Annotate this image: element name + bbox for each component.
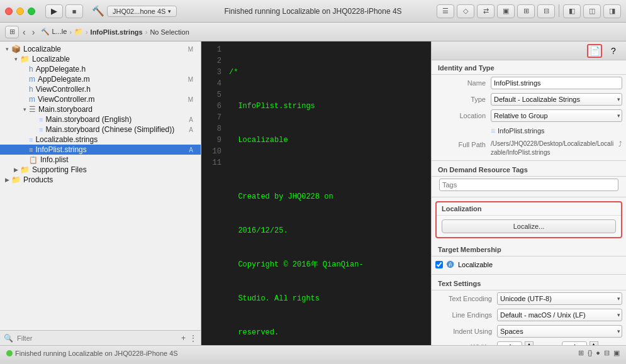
sidebar-item-infoplist-strings[interactable]: ≡ InfoPlist.strings A — [0, 145, 201, 155]
plist-icon: 📋 — [29, 156, 38, 164]
fullpath-value: /Users/JHQ0228/Desktop/Localizable/Local… — [491, 140, 616, 157]
options-button[interactable]: ⋮ — [189, 334, 197, 343]
titlebar-title: Finished running Localizable on JHQ0228-… — [224, 7, 401, 16]
scheme-selector[interactable]: JHQ02...hone 4S ▾ — [107, 6, 177, 17]
sidebar-item-viewcontroller-m[interactable]: m ViewController.m M — [0, 94, 201, 104]
titlebar: ▶ ■ 🔨 JHQ02...hone 4S ▾ Finished running… — [0, 0, 626, 23]
sidebar-item-info-plist[interactable]: 📋 Info.plist — [0, 155, 201, 165]
encoding-row: Text Encoding Unicode (UTF-8) ▾ — [432, 290, 626, 307]
tab-width-input[interactable] — [497, 341, 522, 345]
lineendings-select-wrapper: Default - macOS / Unix (LF) ▾ — [497, 309, 622, 321]
code-editor[interactable]: 1 2 3 4 5 6 7 8 9 10 11 /* InfoPlist.str… — [201, 41, 431, 345]
localize-button[interactable]: Localize... — [442, 219, 616, 233]
inspector-panel: 📄 ? Identity and Type Name Type Default … — [431, 41, 626, 345]
assistant-editor-button[interactable]: ⊞ — [517, 4, 535, 18]
code-lines[interactable]: /* InfoPlist.strings Localizable Created… — [226, 44, 431, 345]
help-button[interactable]: ? — [606, 44, 621, 58]
maximize-button[interactable] — [28, 8, 35, 15]
disclosure-icon[interactable]: ▶ — [11, 167, 20, 173]
sidebar-item-appdelegate-h[interactable]: h AppDelegate.h — [0, 64, 201, 74]
sidebar-label: InfoPlist.strings — [35, 145, 86, 154]
localization-title: Localization — [437, 202, 621, 216]
breadcrumb-item-1[interactable]: 🔨 L...le — [41, 28, 67, 36]
sidebar-label: Supporting Files — [32, 165, 87, 174]
indent-width-input[interactable] — [562, 341, 587, 345]
location-select-wrapper: Relative to Group ▾ — [491, 109, 622, 122]
disclosure-icon[interactable]: ▾ — [3, 46, 11, 52]
file-inspector-button[interactable]: 📄 — [587, 44, 602, 58]
indent-width-stepper-buttons: ▲ ▼ — [590, 341, 598, 345]
breadcrumb-item-file[interactable]: InfoPlist.strings — [91, 28, 143, 36]
main-layout: ▾ 📦 Localizable M ▾ 📁 Localizable h AppD… — [0, 41, 626, 345]
add-button[interactable]: + — [181, 334, 186, 343]
sidebar-item-localizable-strings[interactable]: ≡ Localizable.strings — [0, 135, 201, 145]
search-icon: 🔍 — [4, 334, 13, 343]
breadcrumb-no-selection[interactable]: No Selection — [150, 28, 189, 36]
widths-label: Widths — [435, 343, 492, 345]
indent-label: Indent Using — [435, 328, 492, 335]
breadcrumb-item-2[interactable]: 📁 — [74, 28, 83, 36]
storyboard-icon: ☰ — [29, 105, 36, 114]
reveal-in-finder-icon[interactable]: ⤴ — [618, 140, 622, 148]
stop-button[interactable]: ■ — [65, 4, 83, 18]
sidebar-item-main-storyboard-en[interactable]: ≡ Main.storyboard (English) A — [0, 114, 201, 124]
target-checkbox[interactable] — [435, 261, 443, 268]
back-button[interactable]: ‹ — [20, 26, 28, 38]
tags-input[interactable] — [439, 179, 618, 191]
forward-button[interactable]: › — [30, 26, 38, 38]
sidebar-item-localizable-root[interactable]: ▾ 📦 Localizable M — [0, 44, 201, 54]
sidebar-item-localizable-folder[interactable]: ▾ 📁 Localizable — [0, 54, 201, 64]
utilities-toggle[interactable]: ◨ — [603, 4, 621, 18]
sidebar-bottom: 🔍 + ⋮ — [0, 330, 201, 345]
editor-content: 1 2 3 4 5 6 7 8 9 10 11 /* InfoPlist.str… — [201, 41, 431, 345]
filter-input[interactable] — [17, 334, 177, 342]
sidebar-item-main-storyboard[interactable]: ▾ ☰ Main.storyboard — [0, 104, 201, 114]
minimize-button[interactable] — [16, 8, 24, 15]
sidebar-item-products[interactable]: ▶ 📁 Products — [0, 175, 201, 185]
status-icon-3[interactable]: ● — [596, 349, 600, 357]
sidebar-item-main-storyboard-zh[interactable]: ≡ Main.storyboard (Chinese (Simplified))… — [0, 124, 201, 135]
name-label: Name — [435, 79, 486, 87]
badge-m: M — [188, 96, 193, 103]
indent-select[interactable]: Spaces — [497, 325, 622, 338]
type-select[interactable]: Default - Localizable Strings — [491, 93, 622, 106]
status-icon-1[interactable]: ⊞ — [578, 349, 584, 357]
encoding-label: Text Encoding — [435, 295, 492, 302]
sidebar-item-viewcontroller-h[interactable]: h ViewController.h — [0, 84, 201, 94]
name-input[interactable] — [491, 77, 622, 89]
indent-width-up[interactable]: ▲ — [590, 341, 598, 345]
tab-width-up[interactable]: ▲ — [525, 341, 534, 345]
type-row: Type Default - Localizable Strings ▾ — [432, 91, 626, 108]
encoding-select[interactable]: Unicode (UTF-8) — [497, 292, 622, 305]
badge-m: M — [188, 46, 193, 53]
navigator-toggle[interactable]: ◧ — [563, 4, 581, 18]
sidebar-item-appdelegate-m[interactable]: m AppDelegate.m M — [0, 74, 201, 84]
status-icon-5[interactable]: ▣ — [613, 349, 620, 357]
sidebar-label: Main.storyboard (English) — [45, 115, 131, 124]
back-forward-button[interactable]: ⇄ — [477, 4, 495, 18]
disclosure-icon[interactable]: ▾ — [20, 106, 29, 113]
strings-icon: ≡ — [39, 126, 43, 133]
list-view-button[interactable]: ☰ — [437, 4, 454, 18]
grid-view-button[interactable]: ⊞ — [5, 26, 19, 38]
run-button[interactable]: ▶ — [45, 4, 63, 18]
sidebar-label: ViewController.m — [38, 95, 94, 104]
code-line-8: Studio. All rights — [229, 293, 428, 304]
disclosure-icon[interactable]: ▾ — [11, 56, 20, 62]
lineendings-select[interactable]: Default - macOS / Unix (LF) — [497, 309, 622, 321]
traffic-lights — [5, 8, 35, 15]
disclosure-icon[interactable]: ▶ — [3, 177, 11, 183]
version-editor-button[interactable]: ⊟ — [537, 4, 555, 18]
breakpoints-button[interactable]: ◇ — [457, 4, 474, 18]
sidebar: ▾ 📦 Localizable M ▾ 📁 Localizable h AppD… — [0, 41, 201, 345]
location-select[interactable]: Relative to Group — [491, 109, 622, 122]
debug-toggle[interactable]: ◫ — [583, 4, 601, 18]
close-button[interactable] — [5, 8, 13, 15]
editor-layout-button[interactable]: ▣ — [497, 4, 515, 18]
code-line-1: /* — [229, 67, 428, 78]
xcode-logo-icon: 🔨 — [92, 5, 104, 17]
status-icon-4[interactable]: ⊟ — [604, 349, 610, 357]
file-icon: ≡ — [491, 126, 495, 135]
sidebar-item-supporting-files[interactable]: ▶ 📁 Supporting Files — [0, 165, 201, 175]
status-icon-2[interactable]: {} — [588, 349, 592, 357]
